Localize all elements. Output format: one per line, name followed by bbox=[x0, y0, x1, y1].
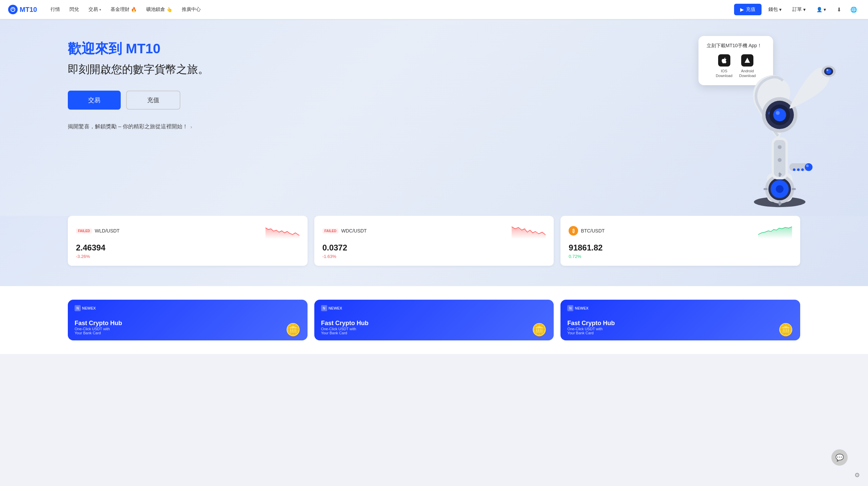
banner-1-coin-icon: 🪙 bbox=[285, 323, 301, 337]
logo-icon bbox=[8, 5, 18, 14]
price-card-wdc[interactable]: FAILED WDC/USDT 0.0372 -1.63% bbox=[314, 216, 554, 266]
banner-1-logo: N NEWEX bbox=[75, 305, 301, 311]
banner-section: N NEWEX Fast Crypto Hub One-Click USDT w… bbox=[0, 286, 868, 354]
user-button[interactable]: 👤 ▾ bbox=[812, 5, 830, 14]
wdc-pair-name: WDC/USDT bbox=[341, 228, 367, 233]
price-card-header-wld: FAILED WLD/USDT bbox=[76, 223, 299, 239]
wld-pair: FAILED WLD/USDT bbox=[76, 228, 120, 233]
banner-1-title: Fast Crypto Hub One-Click USDT withYour … bbox=[75, 320, 301, 335]
language-button[interactable]: 🌐 bbox=[848, 3, 860, 16]
hero-charge-button[interactable]: 充值 bbox=[126, 91, 180, 110]
btc-pair: ₿ BTC/USDT bbox=[569, 226, 605, 236]
banner-1-subtitle: One-Click USDT withYour Bank Card bbox=[75, 327, 301, 335]
banner-3-title: Fast Crypto Hub One-Click USDT withYour … bbox=[567, 320, 793, 335]
user-dropdown-icon: ▾ bbox=[824, 7, 826, 12]
nav-item-market[interactable]: 行情 bbox=[46, 4, 64, 15]
nav-links: 行情 閃兌 交易 ▾ 基金理財 🔥 礦池鎖倉 👆 推廣中心 bbox=[46, 4, 731, 15]
failed-badge-wld: FAILED bbox=[76, 228, 92, 233]
wallet-dropdown-icon: ▾ bbox=[779, 7, 782, 12]
wdc-pair: FAILED WDC/USDT bbox=[322, 228, 367, 233]
promo-text-label: 揭開驚喜，解鎖獎勵 – 你的精彩之旅從這裡開始！ bbox=[68, 123, 188, 130]
download-button[interactable]: ⬇ bbox=[833, 3, 845, 16]
btc-chart bbox=[758, 223, 792, 239]
fund-emoji: 🔥 bbox=[131, 7, 137, 12]
svg-point-29 bbox=[797, 168, 800, 171]
nav-item-fund[interactable]: 基金理財 🔥 bbox=[106, 4, 141, 15]
banner-3-logo-icon: N bbox=[567, 305, 573, 311]
svg-point-12 bbox=[778, 158, 782, 162]
charge-button[interactable]: ▶ 充值 bbox=[734, 4, 762, 15]
banner-2-logo-icon: N bbox=[321, 305, 327, 311]
mining-emoji: 👆 bbox=[166, 7, 172, 12]
banner-card-1-inner: N NEWEX Fast Crypto Hub One-Click USDT w… bbox=[68, 300, 308, 340]
svg-rect-33 bbox=[764, 188, 767, 190]
btc-price: 91861.82 bbox=[569, 243, 792, 253]
brand-logo[interactable]: MT10 bbox=[8, 5, 37, 14]
banner-2-logo: N NEWEX bbox=[321, 305, 547, 311]
navbar: MT10 行情 閃兌 交易 ▾ 基金理財 🔥 礦池鎖倉 👆 推廣中心 ▶ 充值 bbox=[0, 0, 868, 19]
nav-item-trade[interactable]: 交易 ▾ bbox=[84, 4, 105, 15]
svg-point-20 bbox=[776, 111, 780, 115]
hero-title: 歡迎來到 MT10 bbox=[68, 39, 271, 58]
wld-price: 2.46394 bbox=[76, 243, 299, 253]
nav-item-flash[interactable]: 閃兌 bbox=[65, 4, 83, 15]
banner-card-3[interactable]: N NEWEX Fast Crypto Hub One-Click USDT w… bbox=[560, 300, 800, 340]
price-cards-grid: FAILED WLD/USDT 2.46394 -3.26% bbox=[68, 216, 800, 266]
brand-name: MT10 bbox=[20, 6, 37, 14]
svg-point-0 bbox=[11, 7, 15, 12]
hero-buttons: 交易 充值 bbox=[68, 91, 271, 110]
hero-trade-button[interactable]: 交易 bbox=[68, 91, 121, 110]
charge-icon: ▶ bbox=[740, 7, 744, 12]
svg-rect-34 bbox=[792, 188, 796, 190]
nav-right: ▶ 充值 錢包 ▾ 訂單 ▾ 👤 ▾ ⬇ 🌐 bbox=[734, 3, 860, 16]
robot-illustration bbox=[712, 46, 848, 202]
price-card-header-wdc: FAILED WDC/USDT bbox=[322, 223, 546, 239]
banner-2-coin-icon: 🪙 bbox=[532, 323, 547, 337]
price-card-wld[interactable]: FAILED WLD/USDT 2.46394 -3.26% bbox=[68, 216, 308, 266]
hero-content: 歡迎來到 MT10 即刻開啟您的數字貨幣之旅。 交易 充值 揭開驚喜，解鎖獎勵 … bbox=[68, 39, 271, 130]
banner-2-subtitle: One-Click USDT withYour Bank Card bbox=[321, 327, 547, 335]
user-icon: 👤 bbox=[816, 7, 822, 12]
banner-card-3-inner: N NEWEX Fast Crypto Hub One-Click USDT w… bbox=[560, 300, 800, 340]
failed-badge-wdc: FAILED bbox=[322, 228, 339, 233]
wdc-chart bbox=[512, 223, 546, 239]
trade-dropdown-icon: ▾ bbox=[99, 8, 101, 12]
btc-icon: ₿ bbox=[569, 226, 578, 236]
wdc-price: 0.0372 bbox=[322, 243, 546, 253]
wld-pair-name: WLD/USDT bbox=[95, 228, 120, 233]
banner-card-1[interactable]: N NEWEX Fast Crypto Hub One-Click USDT w… bbox=[68, 300, 308, 340]
banner-card-2-inner: N NEWEX Fast Crypto Hub One-Click USDT w… bbox=[314, 300, 554, 340]
banner-3-logo: N NEWEX bbox=[567, 305, 793, 311]
svg-point-11 bbox=[778, 145, 782, 149]
hero-subtitle: 即刻開啟您的數字貨幣之旅。 bbox=[68, 62, 271, 77]
banner-3-coin-icon: 🪙 bbox=[778, 323, 793, 337]
hero-section: 歡迎來到 MT10 即刻開啟您的數字貨幣之旅。 交易 充值 揭開驚喜，解鎖獎勵 … bbox=[0, 19, 868, 216]
order-button[interactable]: 訂單 ▾ bbox=[788, 4, 810, 15]
banner-3-subtitle: One-Click USDT withYour Bank Card bbox=[567, 327, 793, 335]
svg-point-22 bbox=[805, 163, 813, 171]
svg-point-28 bbox=[793, 168, 795, 171]
download-icon: ⬇ bbox=[837, 6, 841, 13]
btc-pair-name: BTC/USDT bbox=[581, 228, 605, 233]
svg-point-8 bbox=[776, 185, 784, 193]
price-cards-section: FAILED WLD/USDT 2.46394 -3.26% bbox=[0, 216, 868, 286]
nav-item-mining[interactable]: 礦池鎖倉 👆 bbox=[142, 4, 176, 15]
wld-change: -3.26% bbox=[76, 254, 299, 259]
svg-point-30 bbox=[801, 168, 804, 171]
banners-grid: N NEWEX Fast Crypto Hub One-Click USDT w… bbox=[68, 300, 800, 340]
btc-change: 0.72% bbox=[569, 254, 792, 259]
wdc-change: -1.63% bbox=[322, 254, 546, 259]
wld-chart bbox=[265, 223, 299, 239]
wallet-button[interactable]: 錢包 ▾ bbox=[764, 4, 786, 15]
svg-point-23 bbox=[806, 165, 809, 167]
globe-icon: 🌐 bbox=[850, 6, 857, 13]
promo-chevron-icon: › bbox=[191, 124, 192, 130]
banner-1-logo-icon: N bbox=[75, 305, 81, 311]
nav-item-promo[interactable]: 推廣中心 bbox=[178, 4, 205, 15]
svg-point-19 bbox=[773, 109, 786, 122]
banner-2-title: Fast Crypto Hub One-Click USDT withYour … bbox=[321, 320, 547, 335]
banner-card-2[interactable]: N NEWEX Fast Crypto Hub One-Click USDT w… bbox=[314, 300, 554, 340]
hero-promo-link[interactable]: 揭開驚喜，解鎖獎勵 – 你的精彩之旅從這裡開始！ › bbox=[68, 123, 271, 130]
svg-point-27 bbox=[826, 69, 828, 71]
price-card-btc[interactable]: ₿ BTC/USDT 91861.82 0.72% bbox=[560, 216, 800, 266]
